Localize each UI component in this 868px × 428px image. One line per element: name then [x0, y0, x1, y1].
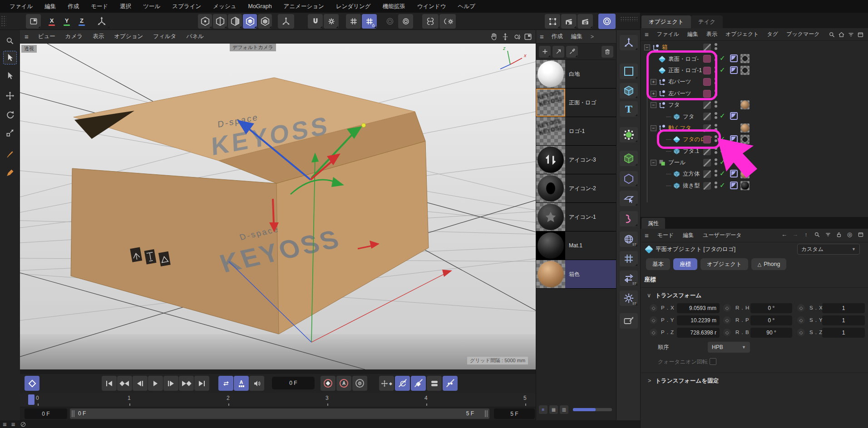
material-row[interactable]: 白地 [536, 60, 616, 89]
hex-polygons-mode-button[interactable] [228, 14, 242, 29]
keyframe-dot-icon[interactable]: ◇ [650, 304, 657, 312]
hex-points-mode-button[interactable] [198, 14, 212, 29]
om-layout-icon[interactable] [857, 31, 864, 39]
menu-item-11[interactable]: 機能拡張 [377, 0, 411, 13]
expand-toggle-icon[interactable]: + [651, 79, 656, 85]
cube-primitive-icon[interactable] [620, 83, 638, 98]
keyframe-settings-button[interactable] [352, 376, 367, 391]
rings-dim-button[interactable] [382, 14, 397, 29]
menu-item-1[interactable]: 編集 [39, 0, 62, 13]
texture-tag-icon[interactable] [740, 169, 750, 178]
enabled-check-icon[interactable]: ✓ [720, 158, 725, 166]
phong-tag-icon[interactable] [730, 147, 738, 155]
keyframe-dot-icon[interactable]: ◇ [723, 316, 731, 324]
om-search-icon[interactable] [828, 31, 836, 39]
freeze-transform-header[interactable]: >トランスフォームを固定 [641, 373, 868, 385]
material-thumbnail[interactable] [536, 231, 565, 260]
keyframe-dot-icon[interactable]: ◇ [723, 329, 731, 336]
record-keyframe-button[interactable] [321, 376, 335, 391]
viewport-menu-1[interactable]: カメラ [60, 33, 88, 40]
attr-forward-icon[interactable]: → [791, 231, 799, 238]
timeline-ruler[interactable]: 012345 [20, 393, 536, 407]
visibility-dots-icon[interactable] [715, 54, 717, 61]
texture-tag-icon[interactable] [740, 123, 750, 133]
layer-color-chip[interactable] [703, 90, 711, 98]
attr-menu-0[interactable]: モード [653, 231, 679, 239]
attr-menu-icon[interactable]: ≡ [645, 232, 649, 239]
material-grid-large-button[interactable]: ▥ [560, 405, 568, 414]
volume-builder-icon[interactable] [620, 171, 638, 187]
record-pla-toggle[interactable]: ●● [443, 376, 458, 391]
enabled-check-icon[interactable]: ✓ [720, 169, 725, 177]
object-name[interactable]: 正面・ロゴ-1 [668, 67, 702, 74]
object-name[interactable]: 箱 [662, 44, 668, 51]
phong-tag-icon[interactable] [730, 112, 738, 120]
rotation-input[interactable]: 90 ° [750, 328, 792, 338]
layer-edit-icon[interactable] [703, 170, 711, 178]
enabled-check-icon[interactable]: ✓ [720, 147, 725, 155]
layer-edit-icon[interactable] [703, 44, 711, 51]
symmetry-button[interactable] [422, 14, 439, 29]
visibility-dots-icon[interactable] [715, 158, 717, 165]
material-row[interactable]: アイコン-3 [536, 146, 616, 174]
range-start-field[interactable]: 0 F [25, 408, 67, 419]
keyframe-dot-icon[interactable]: ◇ [723, 304, 731, 312]
material-thumbnail[interactable] [536, 260, 565, 288]
viewport-menu-0[interactable]: ビュー [33, 33, 60, 40]
attr-filter-icon[interactable] [824, 231, 832, 238]
menu-item-0[interactable]: ファイル [4, 0, 39, 13]
sound-button[interactable] [249, 376, 264, 391]
object-name[interactable]: 動くフタ [668, 124, 691, 132]
expand-toggle-icon[interactable]: − [651, 102, 656, 108]
tree-row[interactable]: フタ.1✓ [641, 146, 868, 157]
material-thumbnail[interactable]: KEYOSSKEYOSS [536, 89, 565, 117]
autokey-record-button[interactable]: A [336, 376, 351, 391]
object-name[interactable]: 立方体 [683, 170, 700, 178]
tree-row[interactable]: フタ✓ [641, 111, 868, 122]
range-track[interactable]: 0 F 5 F [70, 408, 489, 419]
status-menu-icon-1[interactable]: ≡ [3, 421, 7, 428]
menu-item-9[interactable]: アニメーション [278, 0, 330, 13]
environment-icon[interactable]: ST [620, 231, 638, 247]
visibility-dots-icon[interactable] [715, 135, 717, 142]
hex-volume-mode-button[interactable] [243, 14, 257, 29]
om-menu-5[interactable]: ブックマーク [782, 30, 824, 38]
layer-edit-icon[interactable] [703, 148, 711, 155]
material-row[interactable]: 箱色 [536, 260, 616, 289]
attr-lock-icon[interactable] [835, 231, 843, 238]
keyframe-dot-icon[interactable]: ◇ [797, 329, 805, 336]
visibility-dots-icon[interactable] [715, 66, 717, 73]
layer-color-chip[interactable] [703, 78, 711, 86]
tablet-icon[interactable] [620, 313, 638, 329]
panel-grip[interactable] [620, 16, 637, 22]
layer-edit-icon[interactable] [703, 182, 711, 190]
viewport-canvas[interactable]: D-space KEYOSS D-space KEYOSS [20, 44, 536, 369]
rotation-input[interactable]: 0 ° [750, 303, 792, 313]
om-menu-1[interactable]: 編集 [683, 30, 702, 38]
preset-dropdown[interactable]: カスタム▼ [797, 244, 860, 255]
pen-tool-icon[interactable] [3, 166, 17, 180]
object-name[interactable]: 抜き型 [683, 182, 700, 190]
material-thumbnail[interactable] [536, 146, 565, 174]
object-name[interactable]: 左パーツ [668, 90, 691, 98]
menu-item-5[interactable]: ツール [137, 0, 166, 13]
tree-row[interactable]: 裏面・ロゴ-✓ [641, 53, 868, 64]
menu-item-2[interactable]: 作成 [62, 0, 85, 13]
attr-tab-0[interactable]: 基本 [646, 258, 670, 270]
material-list-view-button[interactable]: ≡ [539, 405, 547, 414]
live-select-icon[interactable] [3, 69, 17, 83]
enabled-check-icon[interactable]: ✓ [720, 112, 725, 120]
layer-color-chip[interactable] [703, 55, 711, 63]
goto-end-button[interactable] [194, 376, 209, 391]
material-row[interactable]: KEYOSSKEYOSS正面・ロゴ [536, 89, 616, 117]
tree-row[interactable]: フタのロゴ✓ [641, 134, 868, 145]
delete-material-button[interactable] [602, 46, 613, 58]
keyframe-button[interactable] [25, 376, 39, 391]
material-row[interactable]: Mat.1 [536, 231, 616, 260]
axis-z-button[interactable]: Z [75, 14, 88, 29]
record-rotation-toggle[interactable]: ◆ [411, 376, 426, 391]
layer-edit-icon[interactable] [703, 113, 711, 120]
snap-magnet-button[interactable] [308, 14, 323, 29]
range-end-field[interactable]: 5 F [494, 408, 535, 419]
material-name[interactable]: Mat.1 [565, 231, 616, 260]
